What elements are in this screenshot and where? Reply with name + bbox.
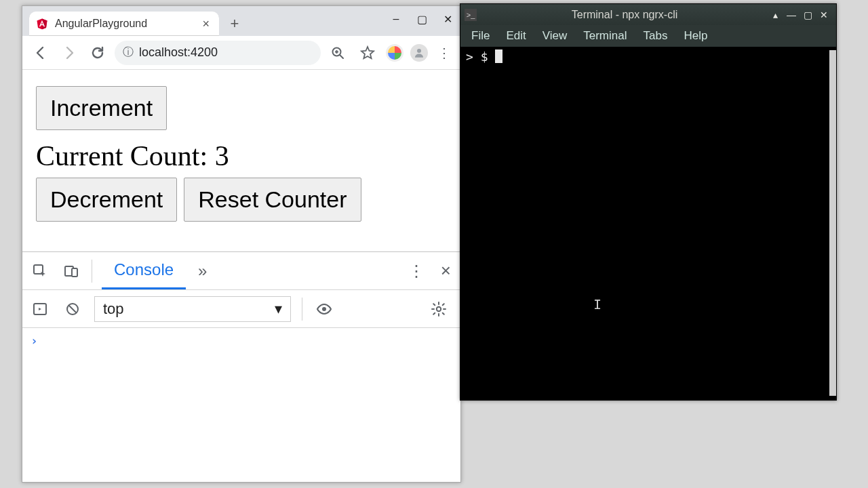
- text-caret-icon: I: [593, 296, 595, 311]
- terminal-menu-file[interactable]: File: [465, 26, 496, 45]
- gear-icon: [431, 301, 447, 317]
- devtools-panel: Console » ⋮ × top ▾: [22, 251, 460, 482]
- terminal-menu-tabs[interactable]: Tabs: [637, 26, 675, 45]
- console-output[interactable]: ›: [22, 328, 460, 482]
- devtools-menu-button[interactable]: ⋮: [406, 259, 427, 283]
- context-value: top: [103, 300, 124, 318]
- terminal-maximize-button[interactable]: ▢: [800, 7, 816, 23]
- eye-icon: [316, 301, 332, 317]
- terminal-title: Terminal - npx ngrx-cli: [482, 9, 767, 21]
- terminal-prompt: $: [481, 49, 488, 64]
- terminal-menu-edit[interactable]: Edit: [499, 26, 532, 45]
- window-close-button[interactable]: ✕: [437, 9, 458, 29]
- terminal-menu-view[interactable]: View: [536, 26, 574, 45]
- window-minimize-button[interactable]: –: [386, 9, 406, 29]
- window-maximize-button[interactable]: ▢: [412, 9, 432, 29]
- devtools-tabbar: Console » ⋮ ×: [22, 252, 460, 290]
- omnibox[interactable]: ⓘ: [115, 41, 321, 65]
- terminal-prompt-prefix: >: [466, 49, 481, 64]
- terminal-minimize-button[interactable]: —: [783, 7, 800, 23]
- arrow-right-icon: [61, 45, 77, 61]
- count-display: Current Count: 3: [36, 140, 447, 172]
- reload-button[interactable]: [86, 41, 109, 64]
- extension-icon[interactable]: [386, 44, 403, 62]
- console-toolbar: top ▾: [22, 290, 460, 328]
- person-icon: [413, 47, 425, 59]
- terminal-titlebar[interactable]: >_ Terminal - npx ngrx-cli ▴ — ▢ ✕: [460, 4, 836, 25]
- divider: [92, 260, 92, 283]
- increment-button[interactable]: Increment: [36, 86, 167, 130]
- devices-icon: [63, 263, 79, 279]
- console-settings-button[interactable]: [428, 298, 450, 320]
- site-info-icon[interactable]: ⓘ: [123, 45, 134, 60]
- count-label: Current Count:: [36, 140, 215, 171]
- reload-icon: [90, 45, 106, 61]
- terminal-body[interactable]: > $ I: [460, 47, 836, 400]
- browser-tab[interactable]: AngularPlayground ×: [29, 12, 219, 36]
- zoom-icon: [330, 45, 346, 61]
- devtools-more-tabs[interactable]: »: [195, 259, 210, 283]
- address-bar: ⓘ ⋮: [22, 36, 460, 70]
- inspect-icon: [32, 263, 48, 279]
- bookmark-button[interactable]: [356, 41, 379, 64]
- svg-point-13: [322, 307, 326, 311]
- svg-line-3: [340, 55, 343, 58]
- divider: [302, 298, 302, 321]
- sidebar-icon: [32, 301, 48, 317]
- profile-avatar[interactable]: [410, 44, 428, 62]
- tab-strip: AngularPlayground × + – ▢ ✕: [22, 6, 460, 36]
- svg-point-6: [417, 49, 421, 53]
- back-button[interactable]: [29, 41, 52, 64]
- device-toggle-button[interactable]: [60, 260, 82, 282]
- terminal-menu-terminal[interactable]: Terminal: [576, 26, 633, 45]
- window-controls: – ▢ ✕: [386, 9, 458, 29]
- terminal-scrollbar[interactable]: [829, 50, 836, 396]
- terminal-menu-help[interactable]: Help: [677, 26, 714, 45]
- tab-title: AngularPlayground: [55, 18, 193, 30]
- chevron-down-icon: ▾: [275, 300, 282, 318]
- terminal-rollup-button[interactable]: ▴: [767, 7, 783, 23]
- inspect-element-button[interactable]: [29, 260, 51, 282]
- tab-close-icon[interactable]: ×: [199, 17, 212, 31]
- clear-icon: [64, 301, 81, 317]
- decrement-button[interactable]: Decrement: [36, 178, 177, 222]
- angular-favicon: [36, 18, 48, 30]
- chrome-window: AngularPlayground × + – ▢ ✕ ⓘ: [22, 5, 461, 483]
- forward-button[interactable]: [58, 41, 81, 64]
- live-expression-button[interactable]: [313, 298, 335, 320]
- url-input[interactable]: [139, 45, 313, 60]
- clear-console-button[interactable]: [62, 298, 83, 320]
- star-icon: [359, 45, 376, 61]
- svg-line-12: [69, 305, 77, 312]
- arrow-left-icon: [33, 45, 49, 61]
- console-sidebar-toggle[interactable]: [29, 298, 51, 320]
- devtools-close-button[interactable]: ×: [438, 258, 454, 284]
- terminal-close-button[interactable]: ✕: [816, 7, 832, 23]
- zoom-button[interactable]: [326, 41, 349, 64]
- context-selector[interactable]: top ▾: [94, 296, 291, 322]
- terminal-cursor: [495, 49, 502, 63]
- svg-point-14: [437, 306, 441, 310]
- count-value: 3: [215, 140, 229, 171]
- reset-button[interactable]: Reset Counter: [184, 178, 361, 222]
- svg-rect-9: [72, 268, 77, 277]
- console-prompt-icon: ›: [31, 333, 38, 348]
- page-viewport: Increment Current Count: 3 Decrement Res…: [22, 70, 460, 251]
- terminal-window: >_ Terminal - npx ngrx-cli ▴ — ▢ ✕ File …: [460, 3, 837, 401]
- chrome-menu-button[interactable]: ⋮: [435, 45, 454, 61]
- devtools-tab-console[interactable]: Console: [102, 252, 186, 289]
- terminal-app-icon: >_: [465, 9, 477, 21]
- new-tab-button[interactable]: +: [224, 14, 245, 34]
- terminal-menu-bar: File Edit View Terminal Tabs Help: [460, 25, 836, 47]
